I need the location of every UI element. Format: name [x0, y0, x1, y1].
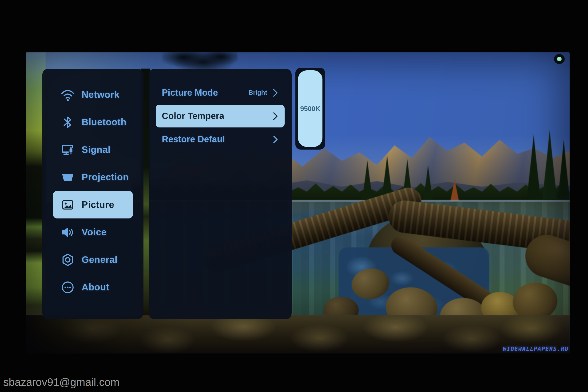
sidebar-item-signal[interactable]: Signal: [53, 136, 133, 164]
sidebar-item-label: Network: [82, 89, 120, 100]
sidebar-item-label: Projection: [82, 172, 129, 182]
wallpaper-shore-rocks: [26, 315, 570, 354]
picture-icon: [60, 197, 76, 212]
chevron-right-icon: [272, 135, 278, 144]
picture-submenu: Picture Mode Bright Color Tempera Restor: [149, 69, 292, 319]
wallpaper-watermark: WIDEWALLPAPERS.RU: [503, 346, 569, 352]
projection-icon: [60, 170, 76, 185]
about-dots-icon: [60, 280, 76, 295]
color-temperature-options-panel: 9500K: [296, 68, 325, 150]
projected-screen: Network Bluetooth: [26, 52, 570, 354]
power-led: [554, 54, 565, 64]
menu-row-label: Color Tempera: [162, 111, 272, 121]
menu-row-color-temperature[interactable]: Color Tempera: [156, 105, 284, 128]
option-9500k[interactable]: 9500K: [298, 70, 322, 147]
sidebar-item-label: Picture: [82, 200, 114, 210]
chevron-right-icon: [272, 112, 278, 121]
email-watermark: sbazarov91@gmail.com: [3, 376, 120, 388]
bluetooth-icon: [60, 114, 76, 130]
sidebar-item-label: About: [82, 282, 109, 292]
settings-sidebar: Network Bluetooth: [42, 69, 144, 319]
power-led-dot: [557, 57, 562, 61]
speaker-icon: [60, 224, 76, 240]
sidebar-item-general[interactable]: General: [53, 246, 133, 274]
sidebar-item-voice[interactable]: Voice: [53, 218, 133, 246]
wifi-icon: [60, 87, 76, 102]
photo-of-projection: Network Bluetooth: [0, 0, 588, 392]
settings-hex-icon: [60, 252, 76, 268]
sidebar-item-bluetooth[interactable]: Bluetooth: [53, 108, 133, 136]
chevron-right-icon: [272, 88, 278, 98]
menu-row-picture-mode[interactable]: Picture Mode Bright: [156, 81, 284, 104]
menu-row-label: Picture Mode: [162, 88, 248, 98]
menu-row-label: Restore Defaul: [162, 134, 272, 144]
menu-row-restore-default[interactable]: Restore Defaul: [156, 128, 284, 151]
sidebar-item-label: Voice: [82, 227, 106, 238]
sidebar-item-network[interactable]: Network: [53, 81, 133, 108]
option-label: 9500K: [300, 105, 320, 113]
sidebar-item-label: General: [82, 254, 117, 265]
sidebar-item-picture[interactable]: Picture: [53, 191, 133, 218]
sidebar-item-label: Bluetooth: [82, 117, 126, 128]
sidebar-item-label: Signal: [82, 144, 110, 155]
sidebar-item-projection[interactable]: Projection: [53, 164, 133, 191]
menu-row-value: Bright: [248, 89, 267, 96]
sidebar-item-about[interactable]: About: [53, 274, 133, 301]
signal-source-icon: [60, 142, 76, 158]
